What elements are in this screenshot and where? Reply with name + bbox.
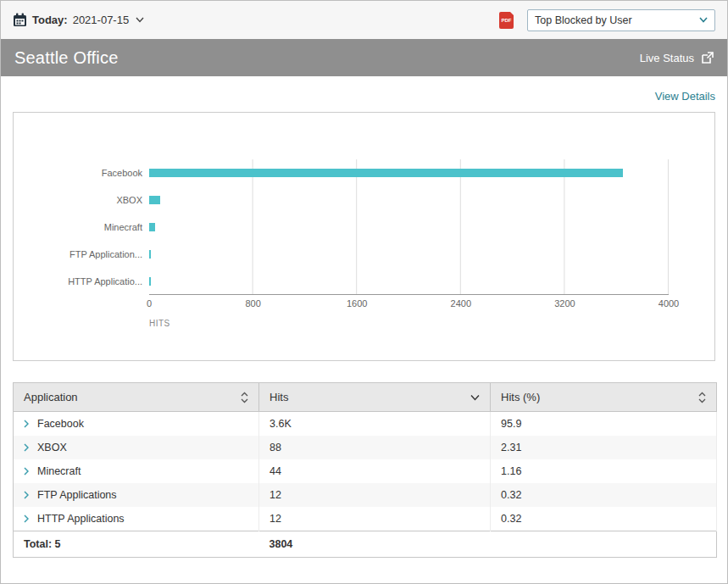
cell-hits: 88 <box>259 436 491 459</box>
pdf-export-label: PDF <box>502 18 512 23</box>
date-picker[interactable]: Today: 2021-07-15 <box>13 13 144 27</box>
table-total-hits: 3804 <box>259 531 491 558</box>
table-footer-row: Total: 5 3804 <box>14 531 717 558</box>
sort-both-icon <box>241 392 248 403</box>
external-link-icon <box>701 52 714 64</box>
report-type-value: Top Blocked by User <box>535 14 632 26</box>
expand-chevron-icon[interactable] <box>24 467 29 476</box>
table-header: ApplicationHitsHits (%) <box>14 383 717 412</box>
cell-hits: 12 <box>259 483 491 507</box>
chart-plot <box>149 159 669 295</box>
bar-xbox[interactable] <box>149 196 160 204</box>
date-picker-value: 2021-07-15 <box>73 14 130 26</box>
chart-category-label-http-applicatio: HTTP Applicatio... <box>24 268 149 295</box>
live-status-link[interactable]: Live Status <box>640 52 714 64</box>
chart-x-axis: 08001600240032004000 <box>149 298 669 312</box>
chevron-down-icon <box>699 17 708 23</box>
table-total-label: Total: 5 <box>14 531 259 558</box>
table-row-minecraft[interactable]: Minecraft441.16 <box>14 459 717 483</box>
cell-application: FTP Applications <box>14 483 259 507</box>
cell-application: Facebook <box>14 412 259 437</box>
chevron-down-icon <box>136 17 144 23</box>
live-status-label: Live Status <box>640 52 694 64</box>
chart-x-axis-label: HITS <box>149 319 669 328</box>
x-tick-1600: 1600 <box>347 298 367 309</box>
expand-chevron-icon[interactable] <box>24 420 29 428</box>
column-header-hits[interactable]: Hits (%) <box>491 383 717 412</box>
pdf-export-button[interactable]: PDF <box>499 12 514 29</box>
cell-hits-pct: 0.32 <box>491 507 717 531</box>
sort-both-icon <box>698 392 706 403</box>
cell-hits-pct: 2.31 <box>491 436 717 459</box>
chart-row-minecraft <box>149 214 669 241</box>
view-details-link[interactable]: View Details <box>655 90 715 103</box>
x-tick-2400: 2400 <box>451 298 471 309</box>
top-toolbar: Today: 2021-07-15 PDF Top Blocked by Use… <box>1 1 727 39</box>
column-header-label: Hits <box>270 391 288 403</box>
application-name: FTP Applications <box>37 489 117 501</box>
x-tick-3200: 3200 <box>554 298 575 309</box>
application-name: XBOX <box>37 442 67 453</box>
chart-category-label-minecraft: Minecraft <box>24 214 149 241</box>
table-row-http-applications[interactable]: HTTP Applications120.32 <box>14 507 717 531</box>
page-header: Seattle Office Live Status <box>1 39 727 76</box>
applications-table: ApplicationHitsHits (%) Facebook3.6K95.9… <box>13 382 717 558</box>
column-header-label: Application <box>24 391 78 403</box>
cell-application: XBOX <box>14 436 259 459</box>
chart-panel: FacebookXBOXMinecraftFTP Application...H… <box>13 112 715 361</box>
cell-hits: 12 <box>259 507 491 531</box>
expand-chevron-icon[interactable] <box>24 443 29 452</box>
sort-desc-icon <box>470 394 480 401</box>
view-details-row: View Details <box>13 76 715 112</box>
chart-row-http-applicatio <box>149 268 669 295</box>
cell-hits-pct: 1.16 <box>491 459 717 483</box>
cell-hits-pct: 0.32 <box>491 483 717 507</box>
chart-category-label-facebook: Facebook <box>24 159 149 186</box>
table-row-xbox[interactable]: XBOX882.31 <box>14 436 717 459</box>
bar-ftp-application[interactable] <box>149 250 151 259</box>
chart-plot-wrap: 08001600240032004000 HITS <box>149 159 669 328</box>
chart-category-label-ftp-application: FTP Application... <box>24 241 149 268</box>
chart-row-xbox <box>149 186 669 214</box>
x-tick-0: 0 <box>147 298 152 309</box>
bar-minecraft[interactable] <box>149 223 155 231</box>
toolbar-right: PDF Top Blocked by User <box>499 9 715 31</box>
table-header-row: ApplicationHitsHits (%) <box>14 383 717 412</box>
calendar-icon <box>13 13 27 27</box>
bar-chart: FacebookXBOXMinecraftFTP Application...H… <box>24 159 669 328</box>
bar-facebook[interactable] <box>149 169 623 177</box>
chart-row-facebook <box>149 159 669 186</box>
x-tick-800: 800 <box>245 298 260 309</box>
cell-application: Minecraft <box>14 459 259 483</box>
chart-category-labels: FacebookXBOXMinecraftFTP Application...H… <box>24 159 149 328</box>
cell-application: HTTP Applications <box>14 507 259 531</box>
table-footer: Total: 5 3804 <box>14 531 717 558</box>
chart-category-label-xbox: XBOX <box>24 186 149 214</box>
cell-hits: 44 <box>259 459 491 483</box>
date-picker-label: Today: <box>32 14 68 26</box>
table-row-facebook[interactable]: Facebook3.6K95.9 <box>14 412 717 437</box>
dashboard-page: Today: 2021-07-15 PDF Top Blocked by Use… <box>0 0 728 584</box>
x-tick-4000: 4000 <box>659 298 679 309</box>
cell-hits-pct: 95.9 <box>491 412 717 437</box>
column-header-label: Hits (%) <box>501 391 540 403</box>
expand-chevron-icon[interactable] <box>24 514 29 523</box>
application-name: Minecraft <box>37 465 81 477</box>
table-row-ftp-applications[interactable]: FTP Applications120.32 <box>14 483 717 507</box>
column-header-application[interactable]: Application <box>14 383 259 412</box>
bar-http-applicatio[interactable] <box>149 277 151 286</box>
chart-row-ftp-application <box>149 241 669 268</box>
content-area: View Details FacebookXBOXMinecraftFTP Ap… <box>1 76 727 558</box>
table-footer-empty <box>491 531 717 558</box>
report-type-select[interactable]: Top Blocked by User <box>527 9 715 31</box>
table-body: Facebook3.6K95.9XBOX882.31Minecraft441.1… <box>14 412 717 531</box>
application-name: Facebook <box>37 418 84 430</box>
cell-hits: 3.6K <box>259 412 491 437</box>
application-name: HTTP Applications <box>37 513 125 525</box>
page-title: Seattle Office <box>14 48 119 68</box>
expand-chevron-icon[interactable] <box>24 491 29 499</box>
column-header-hits[interactable]: Hits <box>259 383 491 412</box>
